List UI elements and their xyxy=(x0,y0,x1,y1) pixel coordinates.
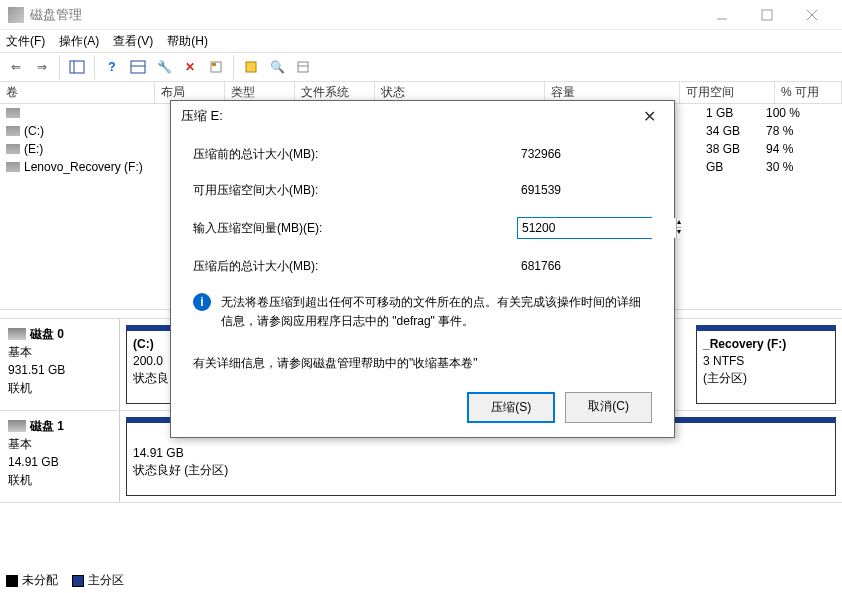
menu-file[interactable]: 文件(F) xyxy=(6,33,45,50)
svg-rect-11 xyxy=(298,62,308,72)
refresh-icon[interactable] xyxy=(239,55,263,79)
part-fs: 3 NTFS xyxy=(703,353,829,370)
legend-primary-swatch xyxy=(72,575,84,587)
spinner-down-icon[interactable]: ▾ xyxy=(677,228,681,238)
search-icon[interactable]: 🔍 xyxy=(265,55,289,79)
value-total-after: 681766 xyxy=(517,257,652,275)
vol-free: 1 GB xyxy=(700,106,760,120)
dialog-close-button[interactable]: ✕ xyxy=(634,107,664,126)
menubar: 文件(F) 操作(A) 查看(V) 帮助(H) xyxy=(0,30,842,52)
separator xyxy=(94,55,95,79)
disk-type: 基本 xyxy=(8,343,111,361)
vol-name: Lenovo_Recovery (F:) xyxy=(24,160,143,174)
col-free[interactable]: 可用空间 xyxy=(680,82,775,103)
label-shrink-amount: 输入压缩空间量(MB)(E): xyxy=(193,220,517,237)
svg-rect-9 xyxy=(212,63,216,66)
part-status: 状态良好 (主分区) xyxy=(133,462,829,479)
col-volume[interactable]: 卷 xyxy=(0,82,155,103)
label-total-after: 压缩后的总计大小(MB): xyxy=(193,258,517,275)
disk-size: 14.91 GB xyxy=(8,453,111,471)
disk-type: 基本 xyxy=(8,435,111,453)
back-icon[interactable]: ⇐ xyxy=(4,55,28,79)
toolbar: ⇐ ⇒ ? 🔧 ✕ 🔍 xyxy=(0,52,842,82)
vol-free: 34 GB xyxy=(700,124,760,138)
volume-icon xyxy=(6,144,20,154)
disk-icon xyxy=(8,420,26,432)
col-pct[interactable]: % 可用 xyxy=(775,82,842,103)
shrink-amount-input[interactable] xyxy=(518,218,676,238)
legend-unalloc-label: 未分配 xyxy=(22,572,58,589)
delete-icon[interactable]: ✕ xyxy=(178,55,202,79)
help-link-text: 有关详细信息，请参阅磁盘管理帮助中的"收缩基本卷" xyxy=(193,355,652,372)
info-text: 无法将卷压缩到超出任何不可移动的文件所在的点。有关完成该操作时间的详细信息，请参… xyxy=(221,293,652,331)
layout2-icon[interactable] xyxy=(126,55,150,79)
volume-icon xyxy=(6,108,20,118)
layout1-icon[interactable] xyxy=(65,55,89,79)
part-name: _Recovery (F:) xyxy=(703,336,829,353)
legend: 未分配 主分区 xyxy=(6,572,124,589)
dialog-title: 压缩 E: xyxy=(181,107,634,125)
vol-name: (E:) xyxy=(24,142,43,156)
menu-help[interactable]: 帮助(H) xyxy=(167,33,208,50)
info-icon: i xyxy=(193,293,211,311)
settings-icon[interactable]: 🔧 xyxy=(152,55,176,79)
part-size: 200.0 xyxy=(133,353,174,370)
disk-status: 联机 xyxy=(8,471,111,489)
disk-size: 931.51 GB xyxy=(8,361,111,379)
value-available: 691539 xyxy=(517,181,652,199)
vol-pct: 78 % xyxy=(760,124,820,138)
app-icon xyxy=(8,7,24,23)
titlebar: 磁盘管理 xyxy=(0,0,842,30)
menu-view[interactable]: 查看(V) xyxy=(113,33,153,50)
label-available: 可用压缩空间大小(MB): xyxy=(193,182,517,199)
disk-name: 磁盘 0 xyxy=(30,325,64,343)
shrink-amount-spinner[interactable]: ▴ ▾ xyxy=(517,217,652,239)
volume-icon xyxy=(6,162,20,172)
value-total-before: 732966 xyxy=(517,145,652,163)
list-icon[interactable] xyxy=(291,55,315,79)
disk-status: 联机 xyxy=(8,379,111,397)
minimize-button[interactable] xyxy=(699,0,744,30)
volume-icon xyxy=(6,126,20,136)
maximize-button[interactable] xyxy=(744,0,789,30)
vol-pct: 94 % xyxy=(760,142,820,156)
label-total-before: 压缩前的总计大小(MB): xyxy=(193,146,517,163)
vol-free: 38 GB xyxy=(700,142,760,156)
svg-rect-4 xyxy=(70,61,84,73)
svg-rect-10 xyxy=(246,62,256,72)
vol-pct: 30 % xyxy=(760,160,820,174)
forward-icon[interactable]: ⇒ xyxy=(30,55,54,79)
svg-rect-6 xyxy=(131,61,145,73)
separator xyxy=(59,55,60,79)
close-button[interactable] xyxy=(789,0,834,30)
partition-recovery[interactable]: _Recovery (F:) 3 NTFS (主分区) xyxy=(696,325,836,404)
vol-pct: 100 % xyxy=(760,106,820,120)
disk-icon xyxy=(8,328,26,340)
legend-primary-label: 主分区 xyxy=(88,572,124,589)
svg-rect-1 xyxy=(762,10,772,20)
help-icon[interactable]: ? xyxy=(100,55,124,79)
shrink-dialog: 压缩 E: ✕ 压缩前的总计大小(MB): 732966 可用压缩空间大小(MB… xyxy=(170,100,675,438)
part-status: (主分区) xyxy=(703,370,829,387)
separator xyxy=(233,55,234,79)
vol-name: (C:) xyxy=(24,124,44,138)
disk-1-info[interactable]: 磁盘 1 基本 14.91 GB 联机 xyxy=(0,411,120,502)
part-status: 状态良 xyxy=(133,370,174,387)
disk-0-info[interactable]: 磁盘 0 基本 931.51 GB 联机 xyxy=(0,319,120,410)
menu-action[interactable]: 操作(A) xyxy=(59,33,99,50)
cancel-button[interactable]: 取消(C) xyxy=(565,392,652,423)
vol-free: GB xyxy=(700,160,760,174)
shrink-button[interactable]: 压缩(S) xyxy=(467,392,555,423)
window-title: 磁盘管理 xyxy=(30,6,699,24)
properties-icon[interactable] xyxy=(204,55,228,79)
part-size: 14.91 GB xyxy=(133,445,829,462)
legend-unalloc-swatch xyxy=(6,575,18,587)
part-name: (C:) xyxy=(133,336,174,353)
disk-name: 磁盘 1 xyxy=(30,417,64,435)
